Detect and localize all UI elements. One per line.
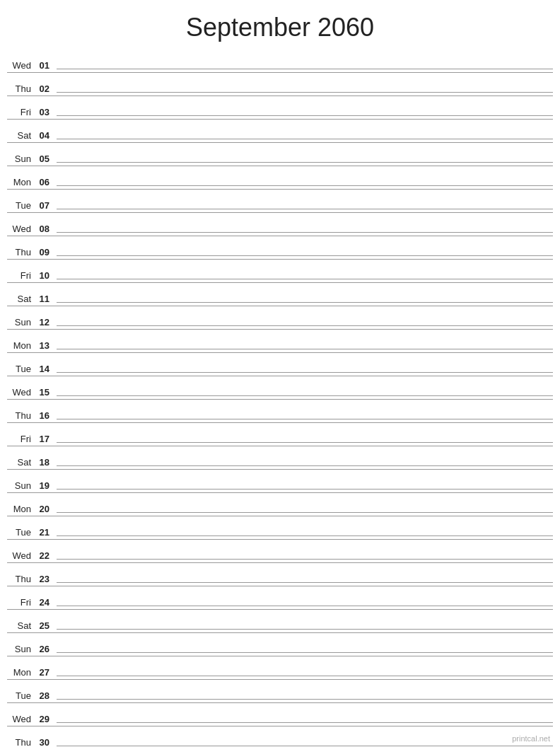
calendar-row: Wed29: [7, 703, 553, 726]
day-line: [57, 349, 553, 349]
day-line: [57, 255, 553, 256]
day-name: Tue: [7, 200, 34, 211]
day-name: Fri: [7, 434, 34, 444]
day-name: Wed: [7, 387, 34, 398]
day-number: 03: [34, 107, 54, 117]
calendar-grid: Wed01Thu02Fri03Sat04Sun05Mon06Tue07Wed08…: [0, 50, 560, 747]
calendar-row: Fri17: [7, 423, 553, 446]
day-line: [57, 559, 553, 560]
day-number: 23: [34, 574, 54, 584]
day-name: Wed: [7, 224, 34, 234]
calendar-row: Sat25: [7, 610, 553, 633]
day-line: [57, 419, 553, 419]
day-name: Mon: [7, 340, 34, 351]
calendar-row: Wed22: [7, 540, 553, 563]
day-line: [57, 232, 553, 233]
day-name: Sun: [7, 317, 34, 328]
calendar-row: Thu16: [7, 400, 553, 423]
day-number: 26: [34, 644, 54, 654]
day-number: 15: [34, 387, 54, 398]
day-number: 14: [34, 364, 54, 374]
page-title: September 2060: [0, 0, 560, 50]
calendar-row: Tue14: [7, 353, 553, 376]
calendar-row: Tue07: [7, 190, 553, 213]
day-line: [57, 722, 553, 723]
day-number: 17: [34, 434, 54, 444]
day-number: 28: [34, 690, 54, 701]
day-name: Thu: [7, 574, 34, 584]
day-line: [57, 676, 553, 676]
day-name: Wed: [7, 550, 34, 561]
footer-text: printcal.net: [512, 734, 550, 743]
calendar-row: Wed01: [7, 50, 553, 73]
day-number: 18: [34, 457, 54, 468]
day-line: [57, 629, 553, 630]
day-line: [57, 442, 553, 443]
calendar-row: Sat18: [7, 446, 553, 470]
day-line: [57, 489, 553, 490]
day-name: Wed: [7, 714, 34, 724]
day-name: Sun: [7, 480, 34, 491]
calendar-row: Thu02: [7, 73, 553, 96]
day-name: Mon: [7, 177, 34, 187]
calendar-row: Tue28: [7, 680, 553, 703]
calendar-row: Mon27: [7, 656, 553, 680]
day-name: Fri: [7, 597, 34, 608]
day-name: Tue: [7, 690, 34, 701]
day-name: Sun: [7, 644, 34, 654]
day-number: 06: [34, 177, 54, 187]
calendar-row: Mon13: [7, 330, 553, 353]
day-number: 27: [34, 667, 54, 678]
calendar-row: Wed08: [7, 213, 553, 236]
day-number: 20: [34, 504, 54, 514]
day-number: 02: [34, 83, 54, 94]
day-line: [57, 162, 553, 163]
day-line: [57, 185, 553, 186]
day-name: Thu: [7, 737, 34, 747]
calendar-row: Thu09: [7, 236, 553, 260]
day-line: [57, 535, 553, 536]
day-number: 12: [34, 317, 54, 328]
day-line: [57, 139, 553, 139]
day-line: [57, 115, 553, 116]
day-name: Sat: [7, 620, 34, 631]
day-number: 05: [34, 154, 54, 164]
calendar-row: Sat04: [7, 120, 553, 143]
day-line: [57, 395, 553, 396]
day-line: [57, 746, 553, 746]
day-name: Thu: [7, 247, 34, 257]
day-name: Thu: [7, 83, 34, 94]
calendar-row: Sun12: [7, 306, 553, 330]
day-line: [57, 582, 553, 583]
day-line: [57, 699, 553, 700]
day-number: 29: [34, 714, 54, 724]
day-name: Tue: [7, 364, 34, 374]
day-name: Sun: [7, 154, 34, 164]
day-number: 21: [34, 527, 54, 538]
day-number: 04: [34, 130, 54, 141]
day-number: 19: [34, 480, 54, 491]
day-number: 24: [34, 597, 54, 608]
day-line: [57, 279, 553, 279]
day-line: [57, 69, 553, 69]
day-number: 16: [34, 410, 54, 421]
day-number: 22: [34, 550, 54, 561]
day-number: 13: [34, 340, 54, 351]
day-line: [57, 652, 553, 653]
day-name: Mon: [7, 667, 34, 678]
day-number: 01: [34, 60, 54, 71]
day-number: 08: [34, 224, 54, 234]
calendar-row: Sun19: [7, 470, 553, 493]
calendar-row: Sun05: [7, 143, 553, 166]
calendar-row: Sat11: [7, 283, 553, 306]
day-line: [57, 302, 553, 303]
calendar-row: Mon20: [7, 493, 553, 516]
day-name: Wed: [7, 60, 34, 71]
day-number: 07: [34, 200, 54, 211]
day-number: 10: [34, 270, 54, 281]
day-name: Sat: [7, 457, 34, 468]
day-line: [57, 465, 553, 466]
day-number: 09: [34, 247, 54, 257]
calendar-row: Fri24: [7, 586, 553, 610]
day-name: Sat: [7, 130, 34, 141]
